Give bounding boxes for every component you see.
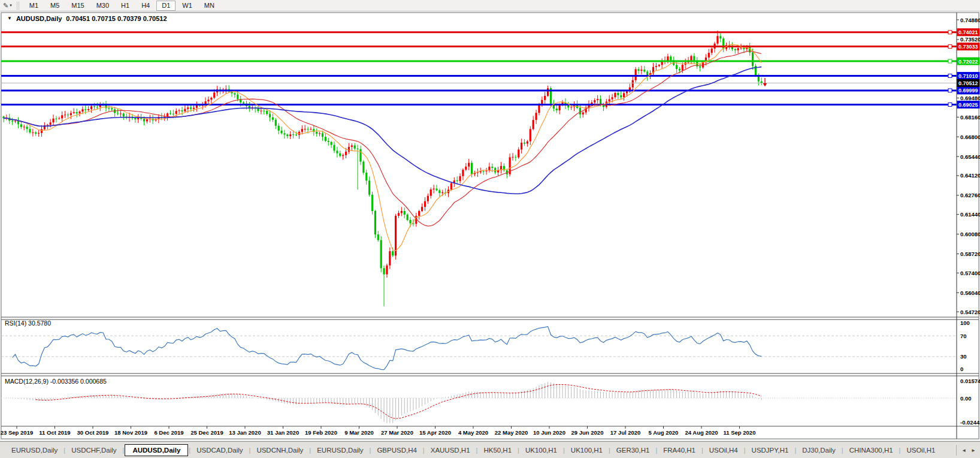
svg-text:10 Jun 2020: 10 Jun 2020 xyxy=(533,429,565,436)
price-chart[interactable]: 0.748800.735200.694800.681600.668000.654… xyxy=(0,0,980,458)
svg-text:30: 30 xyxy=(960,353,967,360)
chart-tabs: EURUSD,Daily|USDCHF,Daily|AUDUSD,Daily|U… xyxy=(6,444,940,456)
svg-text:18 Nov 2019: 18 Nov 2019 xyxy=(114,429,147,436)
tab-gbpusd-h4[interactable]: GBPUSD,H4 xyxy=(371,445,422,456)
tab-fra40-h1[interactable]: FRA40,H1 xyxy=(658,445,701,456)
pencil-icon: ✎ xyxy=(3,2,8,10)
tab-usoil-h4[interactable]: USOil,H4 xyxy=(704,445,743,456)
trading-platform-window: { "toolbar": { "tools_icon_glyph": "✎", … xyxy=(0,0,980,458)
svg-text:0.71010: 0.71010 xyxy=(958,73,978,79)
svg-text:0.57400: 0.57400 xyxy=(960,270,980,276)
svg-text:0.58720: 0.58720 xyxy=(960,251,980,257)
timeframe-button-H1[interactable]: H1 xyxy=(116,1,135,11)
timeframe-button-W1[interactable]: W1 xyxy=(177,1,198,11)
tab-usdcad-daily[interactable]: USDCAD,Daily xyxy=(191,445,248,456)
svg-text:0.72022: 0.72022 xyxy=(958,59,978,65)
chevron-down-icon: ▾ xyxy=(10,3,12,8)
svg-text:25 Dec 2019: 25 Dec 2019 xyxy=(190,429,223,436)
tab-usdjpy-h1[interactable]: USDJPY,H1 xyxy=(746,445,794,456)
svg-text:4 May 2020: 4 May 2020 xyxy=(458,429,488,436)
svg-text:13 Jan 2020: 13 Jan 2020 xyxy=(229,429,261,436)
tab-uk100-h1[interactable]: UK100,H1 xyxy=(565,445,608,456)
chart-ohlc-values: 0.70451 0.70715 0.70379 0.70512 xyxy=(66,15,167,22)
tab-xauusd-h1[interactable]: XAUUSD,H1 xyxy=(425,445,476,456)
svg-text:100: 100 xyxy=(960,320,970,326)
chart-dropdown-icon[interactable]: ▼ xyxy=(7,16,12,21)
tab-scroll-controls: ◄ ► xyxy=(956,445,978,456)
timeframe-button-group: M1M5M15M30H1H4D1W1MN xyxy=(23,1,220,11)
line-draw-tool-button[interactable]: ✎ ▾ xyxy=(0,2,15,10)
toolbar: ✎ ▾ M1M5M15M30H1H4D1W1MN xyxy=(0,0,980,11)
svg-text:27 Mar 2020: 27 Mar 2020 xyxy=(381,429,413,436)
svg-text:31 Jan 2020: 31 Jan 2020 xyxy=(267,429,299,436)
tab-dj30-daily[interactable]: DJ30,Daily xyxy=(797,445,841,456)
timeframe-button-MN[interactable]: MN xyxy=(199,1,220,11)
svg-text:70: 70 xyxy=(960,333,967,339)
tab-scroll-right-icon[interactable]: ► xyxy=(969,448,978,453)
chart-tab-bar: EURUSD,Daily|USDCHF,Daily|AUDUSD,Daily|U… xyxy=(0,441,980,458)
svg-text:0.74021: 0.74021 xyxy=(958,29,978,35)
svg-text:6 Dec 2019: 6 Dec 2019 xyxy=(154,429,183,436)
svg-text:0.70512: 0.70512 xyxy=(958,80,978,86)
timeframe-button-M1[interactable]: M1 xyxy=(24,1,44,11)
svg-text:0.66800: 0.66800 xyxy=(960,134,980,140)
svg-text:0.69480: 0.69480 xyxy=(960,95,980,101)
svg-text:0.62760: 0.62760 xyxy=(960,192,980,198)
svg-text:0.74880: 0.74880 xyxy=(960,17,980,23)
svg-text:29 Jun 2020: 29 Jun 2020 xyxy=(571,429,604,436)
macd-indicator-label: MACD(12,26,9) -0.003356 0.000685 xyxy=(5,378,107,385)
timeframe-button-M30[interactable]: M30 xyxy=(91,1,114,11)
svg-text:11 Sep 2020: 11 Sep 2020 xyxy=(724,429,756,436)
svg-text:17 Jul 2020: 17 Jul 2020 xyxy=(610,429,641,436)
timeframe-button-M5[interactable]: M5 xyxy=(45,1,65,11)
svg-text:0: 0 xyxy=(960,366,963,372)
svg-text:0.00: 0.00 xyxy=(960,395,972,402)
rsi-indicator-label: RSI(14) 30.5780 xyxy=(5,320,51,327)
tab-eurusd-daily[interactable]: EURUSD,Daily xyxy=(6,445,63,456)
svg-text:0.61440: 0.61440 xyxy=(960,211,980,218)
svg-text:0.54720: 0.54720 xyxy=(960,309,980,315)
svg-text:0.73520: 0.73520 xyxy=(960,36,980,43)
svg-text:19 Feb 2020: 19 Feb 2020 xyxy=(305,429,337,436)
svg-text:24 Aug 2020: 24 Aug 2020 xyxy=(685,429,718,436)
tab-usdcnh-daily[interactable]: USDCNH,Daily xyxy=(251,445,308,456)
tab-usoil-h1[interactable]: USOil,H1 xyxy=(901,445,940,456)
svg-text:0.73033: 0.73033 xyxy=(958,44,978,50)
svg-text:22 May 2020: 22 May 2020 xyxy=(495,429,528,436)
svg-text:0.60080: 0.60080 xyxy=(960,231,980,237)
chart-symbol-label: AUDUSD,Daily xyxy=(16,15,62,22)
svg-text:11 Oct 2019: 11 Oct 2019 xyxy=(39,429,70,436)
toolbar-grip[interactable] xyxy=(17,2,19,10)
chart-title: ▼ AUDUSD,Daily 0.70451 0.70715 0.70379 0… xyxy=(7,15,167,22)
svg-text:0.64120: 0.64120 xyxy=(960,172,980,179)
tab-usdchf-daily[interactable]: USDCHF,Daily xyxy=(66,445,122,456)
tab-ger30-h1[interactable]: GER30,H1 xyxy=(611,445,655,456)
svg-text:30 Oct 2019: 30 Oct 2019 xyxy=(77,429,109,436)
svg-text:0.68160: 0.68160 xyxy=(960,114,980,120)
tab-uk100-h1[interactable]: UK100,H1 xyxy=(520,445,562,456)
timeframe-button-D1[interactable]: D1 xyxy=(156,1,176,11)
tab-scroll-left-icon[interactable]: ◄ xyxy=(959,448,969,453)
tab-audusd-daily[interactable]: AUDUSD,Daily xyxy=(125,444,188,456)
tab-hk50-h1[interactable]: HK50,H1 xyxy=(478,445,517,456)
tab-eurusd-daily[interactable]: EURUSD,Daily xyxy=(311,445,368,456)
timeframe-button-M15[interactable]: M15 xyxy=(66,1,89,11)
svg-text:0.69999: 0.69999 xyxy=(958,88,978,94)
svg-text:23 Sep 2019: 23 Sep 2019 xyxy=(1,429,33,436)
svg-text:15 Apr 2020: 15 Apr 2020 xyxy=(419,429,451,436)
svg-text:-0.02441: -0.02441 xyxy=(960,419,980,426)
svg-text:0.69025: 0.69025 xyxy=(958,102,978,108)
svg-text:5 Aug 2020: 5 Aug 2020 xyxy=(649,429,679,436)
tab-china300-h1[interactable]: CHINA300,H1 xyxy=(844,445,899,456)
svg-text:9 Mar 2020: 9 Mar 2020 xyxy=(344,429,374,436)
timeframe-button-H4[interactable]: H4 xyxy=(136,1,155,11)
svg-text:0.015741: 0.015741 xyxy=(960,378,980,384)
svg-text:0.56040: 0.56040 xyxy=(960,290,980,296)
svg-text:0.65440: 0.65440 xyxy=(960,153,980,160)
